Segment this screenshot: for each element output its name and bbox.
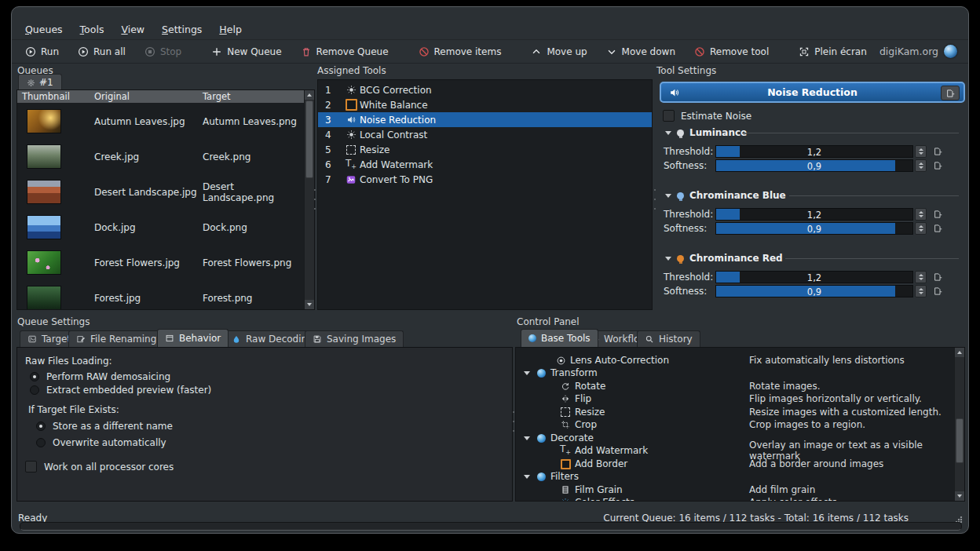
- tab-base-tools[interactable]: Base Tools: [521, 329, 598, 347]
- expander-icon[interactable]: [524, 436, 530, 440]
- softness-spinbox[interactable]: [915, 285, 927, 297]
- estimate-noise-row[interactable]: Estimate Noise: [663, 110, 751, 122]
- reset-threshold-button[interactable]: [933, 147, 942, 156]
- radio-perform-raw-demosaicing[interactable]: Perform RAW demosaicing: [30, 371, 170, 382]
- splitter-handle[interactable]: [512, 411, 514, 432]
- scroll-down-arrow[interactable]: [305, 300, 314, 309]
- remove-queue-button[interactable]: Remove Queue: [294, 43, 396, 60]
- list-item[interactable]: 4 Local Contrast: [318, 127, 652, 142]
- list-item[interactable]: 7 Convert To PNG: [318, 172, 652, 187]
- collapse-arrow-icon[interactable]: [665, 257, 671, 261]
- list-item[interactable]: 2 White Balance: [318, 97, 652, 112]
- scrollbar-thumb[interactable]: [956, 418, 964, 463]
- threshold-slider[interactable]: 1,2: [715, 145, 913, 158]
- tab-saving-images[interactable]: Saving Images: [305, 330, 404, 347]
- tree-item[interactable]: FlipFlip images horizontally or vertical…: [516, 392, 954, 405]
- checkbox-work-all-cores[interactable]: Work on all processor cores: [25, 461, 174, 473]
- column-original[interactable]: Original: [90, 90, 198, 103]
- column-target[interactable]: Target: [198, 90, 305, 103]
- run-button[interactable]: Run: [18, 43, 66, 60]
- softness-spinbox[interactable]: [915, 222, 927, 235]
- table-row[interactable]: Creek.jpg Creek.png: [17, 139, 305, 174]
- table-row[interactable]: Dock.jpg Dock.png: [17, 210, 305, 245]
- scrollbar-thumb[interactable]: [305, 100, 313, 178]
- tree-group[interactable]: Filters: [516, 470, 954, 483]
- collapse-arrow-icon[interactable]: [665, 194, 671, 198]
- splitter-handle[interactable]: [654, 189, 656, 210]
- threshold-slider[interactable]: 1,2: [715, 271, 913, 283]
- luminance-section-header[interactable]: Luminance: [665, 127, 747, 138]
- reset-threshold-button[interactable]: [933, 210, 942, 219]
- radio-icon[interactable]: [30, 372, 39, 381]
- softness-slider[interactable]: 0,9: [715, 159, 913, 172]
- list-item[interactable]: 5 Resize: [318, 142, 652, 157]
- threshold-spinbox[interactable]: [915, 271, 927, 283]
- tree-group[interactable]: Transform: [516, 367, 954, 379]
- radio-store-different-name[interactable]: Store as a different name: [36, 421, 173, 432]
- reset-threshold-button[interactable]: [933, 272, 942, 282]
- fullscreen-button[interactable]: Plein écran: [792, 43, 874, 60]
- scroll-up-arrow[interactable]: [305, 90, 314, 100]
- tab-behavior[interactable]: Behavior: [157, 329, 229, 347]
- scroll-up-arrow[interactable]: [955, 348, 964, 357]
- tree-item[interactable]: RotateRotate images.: [516, 380, 954, 392]
- table-row[interactable]: Forest.jpg Forest.png: [17, 280, 305, 310]
- tree-item[interactable]: Film GrainAdd film grain: [516, 483, 954, 496]
- remove-tool-button[interactable]: Remove tool: [687, 43, 776, 60]
- radio-extract-embedded-preview[interactable]: Extract embedded preview (faster): [30, 385, 211, 396]
- queue-tab-1[interactable]: #1: [18, 74, 62, 90]
- reset-softness-button[interactable]: [933, 161, 942, 170]
- tab-file-renaming[interactable]: File Renaming: [68, 330, 164, 347]
- threshold-spinbox[interactable]: [915, 208, 927, 221]
- chrominance-red-section-header[interactable]: Chrominance Red: [665, 253, 783, 264]
- table-row[interactable]: Autumn Leaves.jpg Autumn Leaves.png: [17, 104, 305, 139]
- expander-icon[interactable]: [524, 475, 530, 479]
- run-all-button[interactable]: Run all: [71, 43, 133, 60]
- radio-overwrite-automatically[interactable]: Overwrite automatically: [36, 437, 166, 448]
- list-item-selected[interactable]: 3 Noise Reduction: [318, 112, 652, 127]
- expander-icon[interactable]: [524, 371, 530, 375]
- menu-queues[interactable]: Queues: [18, 21, 70, 39]
- softness-spinbox[interactable]: [915, 159, 927, 172]
- estimate-noise-checkbox[interactable]: [663, 110, 675, 122]
- tree-item[interactable]: CropCrop images to a region.: [516, 418, 954, 431]
- threshold-spinbox[interactable]: [915, 145, 927, 158]
- tree-item[interactable]: Lens Auto-CorrectionFix automatically le…: [516, 354, 954, 367]
- tree-item[interactable]: T+Add WatermarkOverlay an image or text …: [516, 444, 954, 457]
- list-item[interactable]: 6 T+ Add Watermark: [318, 157, 652, 172]
- radio-icon[interactable]: [30, 385, 39, 395]
- menu-view[interactable]: View: [114, 21, 152, 39]
- stop-button[interactable]: Stop: [137, 43, 188, 60]
- tree-item[interactable]: Color EffectsApply color effects: [516, 496, 954, 502]
- collapse-arrow-icon[interactable]: [665, 131, 671, 135]
- tab-label: Behavior: [179, 333, 221, 344]
- move-up-button[interactable]: Move up: [524, 43, 594, 60]
- softness-slider[interactable]: 0,9: [715, 222, 913, 235]
- softness-slider[interactable]: 0,9: [715, 285, 913, 297]
- threshold-slider[interactable]: 1,2: [715, 208, 913, 221]
- splitter-handle[interactable]: [314, 189, 316, 210]
- reset-softness-button[interactable]: [933, 224, 942, 233]
- tab-history[interactable]: History: [637, 330, 700, 347]
- table-row[interactable]: Desert Landscape.jpg Desert Landscape.pn…: [17, 174, 305, 210]
- table-row[interactable]: Forest Flowers.jpg Forest Flowers.png: [17, 245, 305, 280]
- list-item[interactable]: 1 BCG Correction: [318, 82, 652, 97]
- tree-item[interactable]: ResizeResize images with a customized le…: [516, 406, 954, 418]
- menu-tools[interactable]: Tools: [73, 21, 112, 39]
- radio-icon[interactable]: [36, 438, 46, 447]
- new-queue-button[interactable]: New Queue: [204, 43, 288, 60]
- column-thumbnail[interactable]: Thumbnail: [17, 90, 90, 103]
- move-down-button[interactable]: Move down: [599, 43, 682, 60]
- reset-tool-settings-button[interactable]: [941, 86, 960, 100]
- tree-scrollbar[interactable]: [954, 348, 964, 501]
- scroll-down-arrow[interactable]: [955, 491, 964, 501]
- tree-item[interactable]: Add BorderAdd a border around images: [516, 458, 954, 470]
- menu-settings[interactable]: Settings: [155, 21, 209, 39]
- reset-softness-button[interactable]: [933, 286, 942, 296]
- checkbox-icon[interactable]: [25, 461, 37, 473]
- menu-help[interactable]: Help: [212, 21, 249, 39]
- queue-table-scrollbar[interactable]: [304, 90, 314, 309]
- chrominance-blue-section-header[interactable]: Chrominance Blue: [665, 190, 786, 201]
- radio-icon[interactable]: [36, 421, 46, 431]
- remove-items-button[interactable]: Remove items: [411, 43, 509, 60]
